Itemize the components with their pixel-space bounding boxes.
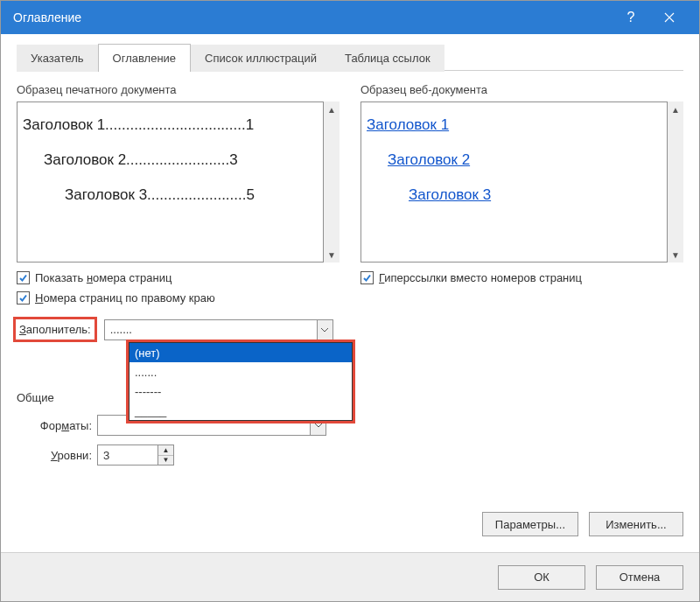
tab-index[interactable]: Указатель: [17, 45, 98, 72]
print-preview-label: Образец печатного документа: [17, 83, 340, 96]
tab-authorities[interactable]: Таблица ссылок: [331, 45, 444, 72]
print-preview-line: Заголовок 3 ........................ 5: [23, 178, 318, 213]
print-preview-scrollbar[interactable]: ▲ ▼: [324, 102, 340, 262]
spin-down-icon[interactable]: ▼: [158, 456, 173, 466]
levels-spin[interactable]: 3 ▲ ▼: [97, 444, 174, 466]
scroll-up-icon[interactable]: ▲: [668, 102, 683, 117]
leader-label: Заполнитель:: [19, 323, 91, 336]
close-button[interactable]: [650, 1, 689, 34]
ok-button[interactable]: ОК: [498, 565, 585, 590]
leader-option-dots[interactable]: .......: [130, 362, 352, 382]
leader-field-row: Заполнитель: ....... (нет) ....... -----…: [17, 317, 683, 342]
print-preview: Заголовок 1 ............................…: [17, 102, 324, 262]
tab-illustrations[interactable]: Список иллюстраций: [191, 45, 331, 72]
leader-option-none[interactable]: (нет): [130, 343, 352, 362]
dialog-footer: ОК Отмена: [1, 552, 699, 601]
check-icon: [17, 271, 30, 284]
web-preview-link[interactable]: Заголовок 2: [388, 151, 470, 168]
titlebar: Оглавление ?: [1, 1, 699, 34]
check-icon: [360, 271, 374, 284]
levels-value[interactable]: 3: [98, 445, 158, 465]
web-preview-link[interactable]: Заголовок 3: [409, 186, 491, 203]
scroll-down-icon[interactable]: ▼: [324, 247, 340, 262]
checkbox-show-page-numbers[interactable]: Показать номера страниц: [17, 271, 340, 284]
print-preview-line: Заголовок 1 ............................…: [23, 108, 318, 143]
check-icon: [17, 291, 30, 304]
web-preview-link[interactable]: Заголовок 1: [367, 116, 449, 133]
formats-label: Форматы:: [17, 419, 97, 432]
leader-label-highlight: Заполнитель:: [13, 317, 97, 342]
close-icon: [664, 12, 675, 23]
checkbox-right-align-numbers[interactable]: Номера страниц по правому краю: [17, 291, 340, 304]
web-preview-label: Образец веб-документа: [360, 83, 683, 96]
web-preview: Заголовок 1 Заголовок 2 Заголовок 3: [360, 102, 668, 262]
web-preview-line: Заголовок 3: [367, 178, 662, 213]
web-preview-line: Заголовок 1: [367, 108, 662, 143]
checkbox-hyperlinks[interactable]: Гиперссылки вместо номеров страниц: [360, 271, 683, 284]
web-preview-scrollbar[interactable]: ▲ ▼: [668, 102, 683, 262]
spin-up-icon[interactable]: ▲: [158, 445, 173, 456]
leader-combo[interactable]: .......: [104, 319, 333, 340]
toc-dialog: Оглавление ? Указатель Оглавление Список…: [0, 0, 700, 602]
help-button[interactable]: ?: [612, 1, 650, 34]
leader-dropdown-list[interactable]: (нет) ....... ------- _____: [129, 342, 353, 421]
window-title: Оглавление: [13, 10, 612, 24]
levels-row: Уровни: 3 ▲ ▼: [17, 444, 683, 466]
levels-label: Уровни:: [17, 449, 97, 462]
scroll-down-icon[interactable]: ▼: [668, 247, 683, 262]
chevron-down-icon[interactable]: [317, 320, 332, 340]
leader-combo-value: .......: [105, 320, 317, 340]
options-button[interactable]: Параметры...: [482, 512, 578, 536]
tab-toc[interactable]: Оглавление: [98, 44, 191, 72]
leader-option-dashes[interactable]: -------: [130, 382, 352, 401]
scroll-up-icon[interactable]: ▲: [324, 102, 340, 117]
modify-button[interactable]: Изменить...: [589, 512, 683, 536]
cancel-button[interactable]: Отмена: [596, 565, 683, 590]
web-preview-line: Заголовок 2: [367, 143, 662, 178]
leader-option-underscore[interactable]: _____: [130, 401, 352, 420]
leader-dropdown-highlight: (нет) ....... ------- _____: [126, 340, 355, 424]
print-preview-line: Заголовок 2 ......................... 3: [23, 143, 318, 178]
tab-strip: Указатель Оглавление Список иллюстраций …: [17, 43, 683, 71]
